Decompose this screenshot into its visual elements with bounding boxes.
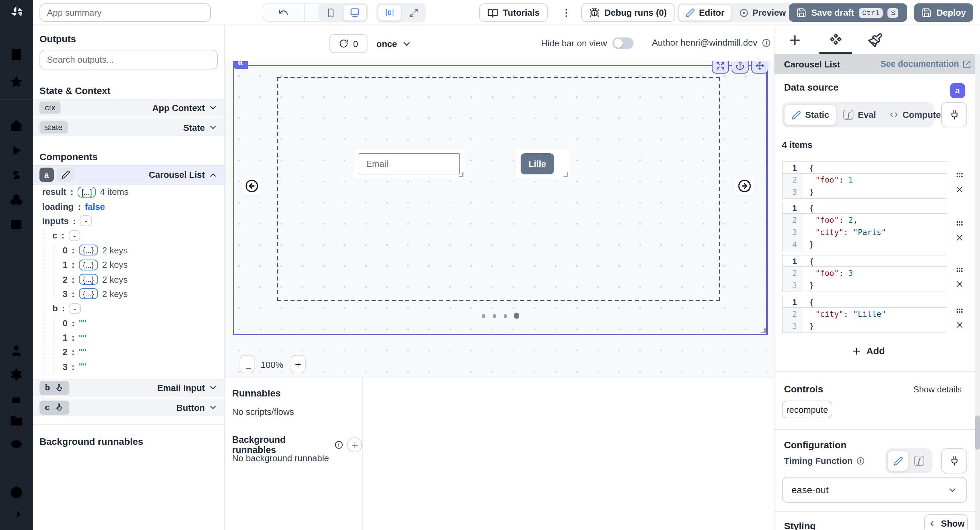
collapse-box[interactable]: - — [69, 303, 81, 314]
collapse-box[interactable]: - — [80, 216, 92, 227]
collapse-box[interactable]: - — [68, 230, 80, 241]
add-background-runnable-button[interactable] — [347, 437, 362, 452]
center-content-button[interactable] — [378, 4, 401, 21]
zoom-in-button[interactable] — [291, 355, 305, 373]
info-icon[interactable] — [334, 440, 343, 450]
tree-row-b[interactable]: b: - — [52, 301, 129, 316]
tree-row-b1[interactable]: 1: "" — [63, 330, 129, 345]
rename-pencil-button[interactable] — [56, 168, 74, 182]
tree-row-b0[interactable]: 0: "" — [63, 316, 129, 330]
object-collapse-box[interactable]: {...} — [79, 274, 98, 285]
carousel-dot-3[interactable] — [504, 314, 507, 318]
carousel-item-container[interactable]: Lille — [277, 77, 720, 301]
timing-eval-button[interactable]: f — [908, 450, 930, 471]
carousel-dot-2[interactable] — [493, 314, 496, 318]
desktop-view-button[interactable] — [343, 4, 367, 21]
insert-component-tab-plus-icon[interactable] — [788, 33, 802, 48]
carousel-prev-button[interactable] — [242, 176, 261, 196]
info-icon[interactable] — [762, 38, 771, 47]
home-icon[interactable] — [10, 119, 23, 133]
resize-handle[interactable] — [459, 172, 463, 177]
users-icon[interactable] — [10, 344, 23, 358]
anchor-component-button[interactable] — [732, 61, 749, 73]
remove-item-icon[interactable] — [954, 185, 965, 194]
resources-boxes-icon[interactable] — [10, 193, 23, 206]
add-item-button[interactable]: Add — [851, 345, 885, 356]
email-input-wrapper[interactable] — [355, 149, 465, 179]
expand-component-button[interactable] — [712, 61, 729, 73]
drag-handle-icon[interactable] — [954, 264, 965, 275]
tree-row-c3[interactable]: 3: {...} 2 keys — [63, 286, 129, 301]
tree-row-c1[interactable]: 1: {...} 2 keys — [63, 257, 129, 272]
object-collapse-box[interactable]: {...} — [79, 289, 98, 299]
undo-button[interactable] — [263, 4, 304, 21]
recompute-button[interactable]: recompute — [782, 401, 832, 418]
carousel-component-row[interactable]: a Carousel List — [33, 165, 224, 185]
more-menu-kebab-icon[interactable] — [561, 8, 572, 18]
timing-static-button[interactable] — [888, 450, 908, 471]
remove-item-icon[interactable] — [954, 279, 965, 289]
settings-tab-diamonds-icon[interactable] — [828, 33, 843, 48]
static-mode-button[interactable]: Static — [784, 104, 837, 125]
tree-row-inputs[interactable]: inputs: - — [42, 214, 129, 228]
deploy-button[interactable]: Deploy — [914, 3, 974, 22]
selected-carousel-component[interactable]: a Lille — [233, 65, 768, 335]
array-collapse-box[interactable]: [...] — [78, 186, 96, 197]
tree-row-loading[interactable]: loading: false — [42, 199, 129, 214]
search-outputs-input[interactable] — [40, 50, 218, 69]
favorites-star-icon[interactable] — [10, 75, 23, 89]
help-icon[interactable] — [10, 486, 23, 499]
email-input-widget[interactable] — [359, 153, 460, 174]
settings-gear-icon[interactable] — [10, 368, 23, 382]
button-wrapper[interactable]: Lille — [517, 149, 570, 179]
component-resize-handle[interactable] — [761, 328, 765, 333]
see-documentation-link[interactable]: See documentation — [880, 59, 971, 69]
drag-handle-icon[interactable] — [954, 170, 965, 180]
carousel-dot-4-active[interactable] — [514, 313, 519, 319]
collapse-arrow-icon[interactable] — [10, 508, 23, 521]
tree-row-c[interactable]: c: - — [52, 228, 129, 243]
carousel-item-editor-4[interactable]: 1{ 2"city": "Lille" 3} — [782, 296, 947, 333]
mobile-view-button[interactable] — [320, 4, 342, 21]
debug-runs-button[interactable]: Debug runs (0) — [581, 3, 675, 22]
info-icon[interactable] — [856, 457, 865, 465]
scrollbar-thumb[interactable] — [975, 415, 980, 450]
button-component-row[interactable]: c Button — [33, 399, 224, 416]
resize-handle[interactable] — [563, 172, 568, 177]
connect-plug-button[interactable] — [941, 102, 967, 128]
app-canvas[interactable]: a Lille — [224, 61, 774, 377]
frequency-dropdown[interactable]: once — [376, 34, 412, 53]
tutorials-button[interactable]: Tutorials — [479, 3, 548, 22]
runs-play-icon[interactable] — [10, 144, 23, 157]
schedules-calendar-icon[interactable] — [10, 217, 23, 231]
workers-robot-icon[interactable] — [10, 392, 23, 405]
carousel-item-editor-1[interactable]: 1{ 2"foo": 1 3} — [782, 161, 947, 199]
right-panel-scrollbar[interactable] — [975, 54, 980, 530]
carousel-dot-1[interactable] — [482, 314, 485, 318]
remove-item-icon[interactable] — [954, 320, 965, 330]
tree-row-c2[interactable]: 2: {...} 2 keys — [63, 272, 129, 287]
move-component-button[interactable] — [751, 61, 768, 73]
tree-row-result[interactable]: result: [...] 4 items — [42, 185, 129, 199]
zoom-out-button[interactable] — [240, 355, 255, 373]
variables-dollar-icon[interactable] — [10, 168, 23, 182]
editor-tab[interactable]: Editor — [679, 4, 731, 21]
styling-tab-brush-icon[interactable] — [868, 33, 883, 48]
preview-tab[interactable]: Preview — [733, 4, 792, 21]
email-input-component-row[interactable]: b Email Input — [33, 379, 224, 396]
drag-handle-icon[interactable] — [954, 305, 965, 316]
audit-eye-icon[interactable] — [10, 437, 23, 451]
object-collapse-box[interactable]: {...} — [79, 245, 98, 256]
timing-function-select[interactable]: ease-out — [782, 477, 967, 503]
tree-row-b3[interactable]: 3: "" — [63, 359, 129, 374]
workspace-building-icon[interactable] — [10, 48, 23, 61]
remove-item-icon[interactable] — [954, 233, 965, 243]
ctx-row[interactable]: ctx App Context — [33, 99, 224, 117]
lille-button-widget[interactable]: Lille — [520, 153, 554, 174]
state-row[interactable]: state State — [33, 118, 224, 136]
drag-handle-icon[interactable] — [954, 218, 965, 229]
compute-mode-button[interactable]: Compute — [883, 104, 948, 125]
save-draft-button[interactable]: Save draft Ctrl S — [789, 3, 907, 22]
app-summary-input[interactable] — [40, 3, 211, 22]
styling-show-button[interactable]: Show — [924, 514, 968, 530]
